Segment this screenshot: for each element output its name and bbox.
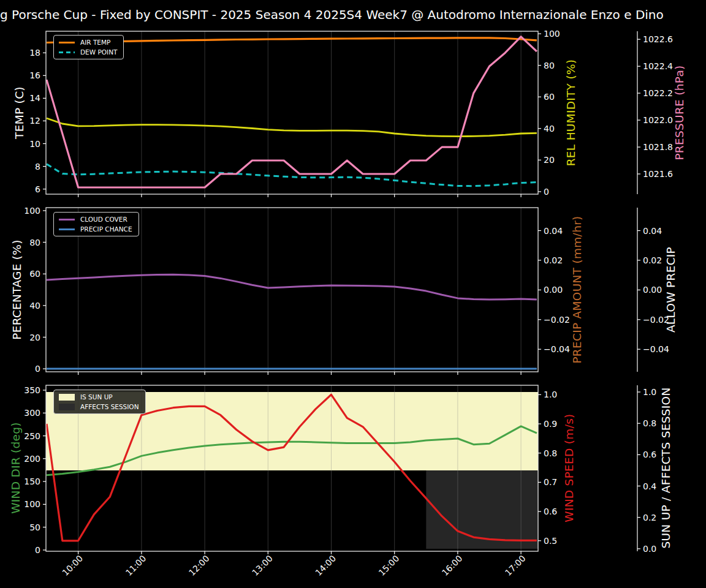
cloud-cover-line-swatch: [59, 219, 75, 221]
tick-label: 200: [24, 454, 40, 464]
tick-label: 0.04: [643, 226, 662, 236]
legend-label: CLOUD COVER: [80, 216, 127, 223]
tick-label: 40: [29, 301, 40, 311]
tick-label: 1021.8: [643, 142, 673, 152]
tick-label: 50: [29, 522, 40, 532]
tick-label: 0.00: [544, 285, 563, 295]
tick-label: −0.04: [643, 344, 669, 354]
x-tick-label: 12:00: [187, 553, 211, 578]
legend-temperature: AIR TEMP DEW POINT: [53, 35, 124, 59]
axis-label-precip-amount: PRECIP AMOUNT (mm/hr): [571, 216, 583, 363]
tick-label: 300: [24, 408, 40, 418]
legend-item-affects-session: AFFECTS SESSION: [59, 403, 139, 410]
tick-label: 0.5: [544, 536, 557, 546]
cloud-cover-line: [47, 274, 537, 300]
dew-point-line-swatch: [59, 51, 75, 53]
air-temp-line-swatch: [59, 42, 75, 43]
tick-label: 0: [35, 545, 40, 555]
tick-label: 0.02: [643, 255, 662, 265]
tick-label: 1022.6: [643, 34, 673, 44]
tick-label: 0.8: [544, 448, 557, 458]
tick-label: 0.2: [643, 513, 656, 522]
axis-label-percentage: PERCENTAGE (%): [10, 239, 23, 340]
sun-up-patch-swatch: [59, 394, 75, 401]
tick-label: 80: [29, 238, 40, 247]
legend-label: IS SUN UP: [80, 393, 113, 401]
tick-label: 20: [29, 333, 40, 342]
tick-label: −0.04: [544, 344, 570, 354]
tick-label: 10: [29, 139, 40, 149]
tick-label: 80: [544, 61, 555, 70]
tick-label: 8: [35, 162, 40, 172]
tick-label: 60: [29, 269, 40, 279]
x-tick-label: 16:00: [440, 553, 465, 578]
tick-label: −0.02: [544, 315, 570, 325]
tick-label: 18: [29, 48, 40, 58]
affects-session-patch-swatch: [59, 404, 75, 410]
tick-label: 1.0: [643, 387, 656, 397]
tick-label: 1022.2: [643, 88, 673, 98]
x-tick-label: 11:00: [124, 553, 148, 578]
legend-item-precip-chance: PRECIP CHANCE: [59, 225, 132, 233]
tick-label: 1021.6: [643, 169, 673, 179]
tick-label: 350: [24, 385, 40, 395]
tick-label: 0.6: [643, 450, 656, 459]
tick-label: 100: [544, 29, 560, 39]
legend-label: PRECIP CHANCE: [80, 225, 132, 233]
axis-label-pressure: PRESSURE (hPa): [673, 65, 686, 160]
legend-item-dew-point: DEW POINT: [59, 48, 117, 56]
legend-item-air-temp: AIR TEMP: [59, 39, 117, 46]
x-tick-label: 17:00: [503, 553, 528, 578]
tick-label: 14: [29, 93, 40, 103]
tick-label: 0.02: [544, 255, 563, 265]
tick-label: 1.0: [544, 390, 557, 399]
x-tick-label: 15:00: [377, 553, 401, 578]
legend-label: AIR TEMP: [80, 39, 110, 46]
legend-cloud-precip: CLOUD COVER PRECIP CHANCE: [53, 212, 139, 236]
weather-forecast-figure: g Porsche Cup - Fixed by CONSPIT - 2025 …: [0, 0, 706, 588]
tick-label: 1022.4: [643, 61, 673, 71]
tick-label: 150: [24, 477, 40, 486]
tick-label: 20: [544, 155, 555, 165]
chart-canvas: 6810121416180204060801001021.61021.81022…: [0, 0, 706, 588]
x-tick-label: 14:00: [313, 553, 338, 578]
tick-label: 0.0: [643, 544, 656, 554]
x-tick-label: 13:00: [250, 553, 275, 578]
axis-label-sun-session: SUN UP / AFFECTS SESSION: [659, 387, 672, 548]
tick-label: 250: [24, 431, 40, 441]
precip-chance-line-swatch: [59, 228, 75, 230]
tick-label: 6: [35, 184, 40, 194]
legend-item-cloud-cover: CLOUD COVER: [59, 216, 132, 223]
tick-label: 0: [35, 364, 40, 374]
tick-label: 0.9: [544, 419, 557, 429]
tick-label: 40: [544, 124, 555, 134]
legend-label: DEW POINT: [80, 48, 117, 56]
tick-label: 0.4: [643, 481, 656, 491]
axis-label-rel-humidity: REL HUMIDITY (%): [564, 59, 577, 167]
x-tick-label: 10:00: [60, 553, 85, 578]
tick-label: 100: [24, 206, 40, 216]
axis-label-wind-dir: WIND DIR (deg): [9, 422, 22, 514]
tick-label: 0.00: [643, 285, 662, 295]
legend-wind-sun: IS SUN UP AFFECTS SESSION: [53, 390, 146, 414]
legend-item-is-sun-up: IS SUN UP: [59, 393, 139, 401]
tick-label: 16: [29, 70, 40, 80]
tick-label: 0.6: [544, 507, 557, 516]
tick-label: 1022.0: [643, 115, 673, 125]
tick-label: 0.7: [544, 477, 557, 487]
axis-label-temp: TEMP (C): [13, 86, 26, 139]
tick-label: 60: [544, 92, 555, 102]
axis-label-allow-precip: ALLOW PRECIP: [664, 247, 677, 333]
x-tick-labels: 10:0011:0012:0013:0014:0015:0016:0017:00: [60, 553, 527, 578]
axis-label-wind-speed: WIND SPEED (m/s): [563, 413, 575, 522]
legend-label: AFFECTS SESSION: [80, 403, 139, 410]
tick-label: 12: [29, 116, 40, 126]
tick-label: 0: [544, 187, 549, 197]
tick-label: 100: [24, 499, 40, 509]
tick-label: 0.04: [544, 226, 563, 236]
tick-label: 0.8: [643, 418, 656, 428]
